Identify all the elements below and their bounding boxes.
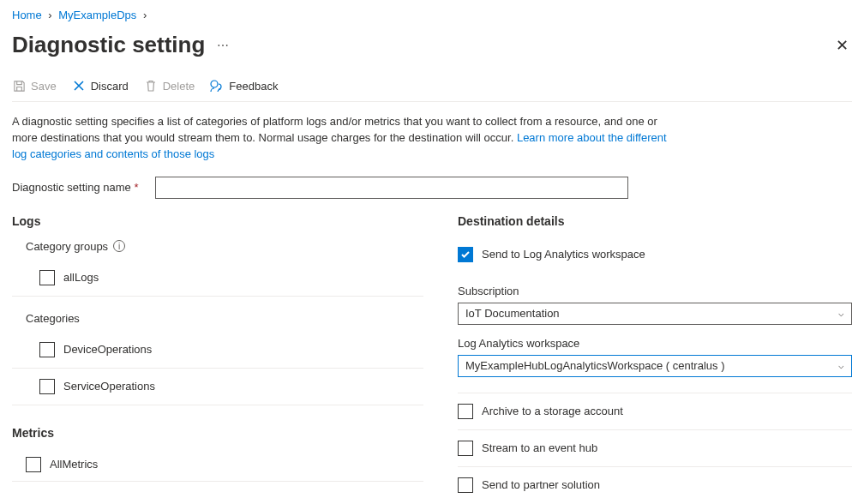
name-label: Diagnostic setting name * [12,181,138,194]
service-operations-checkbox[interactable] [39,379,55,394]
archive-storage-checkbox[interactable] [458,404,473,419]
breadcrumb-sep: › [45,9,55,21]
breadcrumb-home[interactable]: Home [12,9,42,21]
subscription-select[interactable]: IoT Documentation ⌵ [458,303,852,325]
partner-solution-checkbox[interactable] [458,477,473,493]
chevron-down-icon: ⌵ [838,360,844,371]
required-indicator: * [134,181,138,194]
all-logs-checkbox[interactable] [39,270,55,285]
delete-label: Delete [163,80,195,93]
delete-button[interactable]: Delete [144,79,195,93]
feedback-button[interactable]: Feedback [210,79,278,93]
destination-details-title: Destination details [458,214,852,228]
close-button[interactable]: ✕ [832,33,852,58]
stream-eventhub-label: Stream to an event hub [482,441,597,454]
all-logs-label: allLogs [63,271,99,284]
service-operations-label: ServiceOperations [63,380,155,393]
subscription-label: Subscription [458,285,852,297]
device-operations-label: DeviceOperations [63,343,152,356]
workspace-label: Log Analytics workspace [458,337,852,350]
archive-storage-label: Archive to a storage account [482,405,623,417]
send-log-analytics-label: Send to Log Analytics workspace [482,248,645,261]
diagnostic-setting-name-input[interactable] [155,177,628,199]
workspace-value: MyExampleHubLogAnalyticsWorkspace ( cent… [465,359,725,372]
category-groups-label: Category groups [26,240,108,253]
breadcrumb: Home › MyExampleDps › [12,7,852,28]
logs-section-title: Logs [12,214,423,228]
send-log-analytics-checkbox[interactable] [458,247,473,262]
partner-solution-label: Send to partner solution [482,478,600,491]
all-metrics-label: AllMetrics [50,458,98,471]
info-icon[interactable]: i [113,240,125,252]
save-label: Save [31,80,57,93]
all-metrics-checkbox[interactable] [26,457,41,472]
discard-button[interactable]: Discard [72,79,129,93]
device-operations-checkbox[interactable] [39,342,55,357]
stream-eventhub-checkbox[interactable] [458,441,473,456]
breadcrumb-sep: › [140,9,150,21]
feedback-label: Feedback [229,80,278,93]
discard-icon [72,79,86,93]
breadcrumb-parent[interactable]: MyExampleDps [58,9,136,21]
page-description: A diagnostic setting specifies a list of… [12,102,681,171]
workspace-select[interactable]: MyExampleHubLogAnalyticsWorkspace ( cent… [458,355,852,377]
toolbar: Save Discard Delete Feedback [12,74,852,102]
categories-label: Categories [26,312,80,325]
more-actions-button[interactable]: ⋯ [213,39,232,52]
page-title: Diagnostic setting [12,32,205,58]
save-icon [12,79,26,93]
feedback-icon [210,79,224,93]
save-button[interactable]: Save [12,79,57,93]
metrics-section-title: Metrics [12,426,423,440]
chevron-down-icon: ⌵ [838,308,844,319]
subscription-value: IoT Documentation [465,307,560,320]
discard-label: Discard [91,80,129,93]
delete-icon [144,79,158,93]
